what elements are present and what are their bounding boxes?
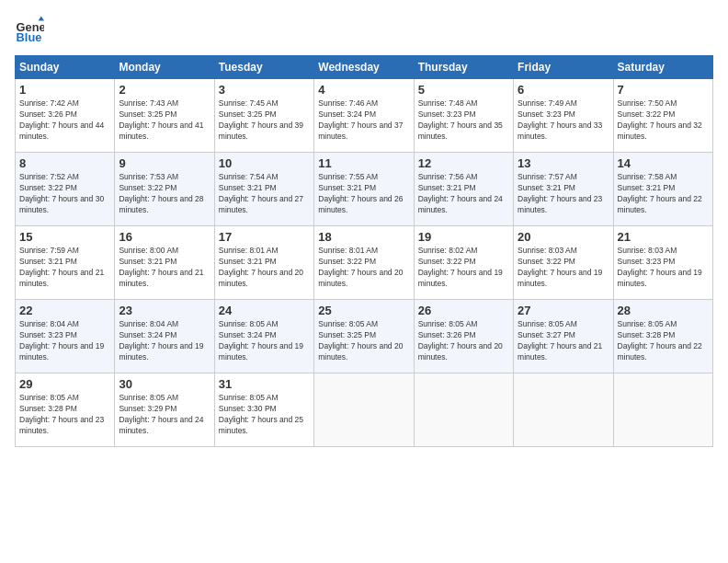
sunrise-text: Sunrise: 8:05 AM: [219, 393, 310, 404]
day-number: 22: [19, 304, 110, 317]
day-number: 27: [518, 304, 609, 317]
sunrise-text: Sunrise: 7:57 AM: [518, 172, 609, 183]
day-number: 15: [19, 230, 110, 244]
svg-marker-2: [39, 17, 44, 21]
day-cell: 27 Sunrise: 8:05 AM Sunset: 3:27 PM Dayl…: [514, 300, 613, 373]
sunset-text: Sunset: 3:22 PM: [618, 109, 709, 121]
col-header-monday: Monday: [115, 56, 214, 79]
daylight-text: Daylight: 7 hours and 37 minutes.: [318, 121, 409, 143]
col-header-friday: Friday: [514, 56, 613, 79]
daylight-text: Daylight: 7 hours and 20 minutes.: [418, 341, 509, 363]
day-number: 20: [518, 230, 609, 244]
daylight-text: Daylight: 7 hours and 25 minutes.: [219, 415, 310, 437]
day-number: 14: [618, 156, 709, 170]
day-number: 11: [318, 156, 409, 170]
logo: General Blue: [15, 15, 48, 44]
day-number: 9: [119, 156, 210, 170]
week-row-4: 22 Sunrise: 8:04 AM Sunset: 3:23 PM Dayl…: [16, 300, 713, 373]
day-number: 16: [119, 230, 210, 244]
day-cell: 4 Sunrise: 7:46 AM Sunset: 3:24 PM Dayli…: [314, 79, 414, 153]
day-cell: 6 Sunrise: 7:49 AM Sunset: 3:23 PM Dayli…: [514, 79, 613, 153]
daylight-text: Daylight: 7 hours and 30 minutes.: [19, 194, 110, 216]
sunset-text: Sunset: 3:22 PM: [119, 183, 210, 194]
daylight-text: Daylight: 7 hours and 19 minutes.: [618, 268, 709, 290]
day-cell: 16 Sunrise: 8:00 AM Sunset: 3:21 PM Dayl…: [115, 226, 214, 300]
daylight-text: Daylight: 7 hours and 19 minutes.: [19, 341, 110, 363]
week-row-2: 8 Sunrise: 7:52 AM Sunset: 3:22 PM Dayli…: [16, 153, 713, 226]
day-cell: 7 Sunrise: 7:50 AM Sunset: 3:22 PM Dayli…: [613, 79, 712, 153]
day-cell: [414, 373, 513, 447]
daylight-text: Daylight: 7 hours and 21 minutes.: [19, 268, 110, 290]
sunset-text: Sunset: 3:30 PM: [219, 404, 310, 415]
header-row: SundayMondayTuesdayWednesdayThursdayFrid…: [16, 56, 713, 79]
sunrise-text: Sunrise: 7:48 AM: [418, 98, 509, 109]
week-row-1: 1 Sunrise: 7:42 AM Sunset: 3:26 PM Dayli…: [16, 79, 713, 153]
day-number: 17: [219, 230, 310, 244]
daylight-text: Daylight: 7 hours and 41 minutes.: [119, 121, 210, 143]
daylight-text: Daylight: 7 hours and 27 minutes.: [219, 194, 310, 216]
logo-icon: General Blue: [15, 15, 44, 44]
sunset-text: Sunset: 3:28 PM: [618, 330, 709, 341]
day-cell: 26 Sunrise: 8:05 AM Sunset: 3:26 PM Dayl…: [414, 300, 513, 373]
sunrise-text: Sunrise: 8:03 AM: [518, 246, 609, 257]
day-cell: 29 Sunrise: 8:05 AM Sunset: 3:28 PM Dayl…: [16, 373, 115, 447]
page-container: General Blue SundayMondayTuesdayWednesda…: [0, 0, 728, 454]
sunrise-text: Sunrise: 8:05 AM: [618, 319, 709, 330]
daylight-text: Daylight: 7 hours and 22 minutes.: [618, 341, 709, 363]
daylight-text: Daylight: 7 hours and 32 minutes.: [618, 121, 709, 143]
day-cell: 11 Sunrise: 7:55 AM Sunset: 3:21 PM Dayl…: [314, 153, 414, 226]
sunset-text: Sunset: 3:21 PM: [219, 257, 310, 268]
sunset-text: Sunset: 3:22 PM: [318, 257, 409, 268]
col-header-tuesday: Tuesday: [214, 56, 313, 79]
daylight-text: Daylight: 7 hours and 24 minutes.: [418, 194, 509, 216]
day-number: 2: [119, 83, 210, 97]
day-cell: 9 Sunrise: 7:53 AM Sunset: 3:22 PM Dayli…: [115, 153, 214, 226]
day-cell: 21 Sunrise: 8:03 AM Sunset: 3:23 PM Dayl…: [613, 226, 712, 300]
sunrise-text: Sunrise: 7:55 AM: [318, 172, 409, 183]
sunrise-text: Sunrise: 7:52 AM: [19, 172, 110, 183]
day-number: 30: [119, 377, 210, 391]
sunset-text: Sunset: 3:26 PM: [19, 109, 110, 121]
day-cell: 13 Sunrise: 7:57 AM Sunset: 3:21 PM Dayl…: [514, 153, 613, 226]
sunset-text: Sunset: 3:21 PM: [119, 257, 210, 268]
sunrise-text: Sunrise: 8:04 AM: [19, 319, 110, 330]
daylight-text: Daylight: 7 hours and 23 minutes.: [19, 415, 110, 437]
day-number: 6: [518, 83, 609, 97]
day-number: 24: [219, 304, 310, 317]
sunrise-text: Sunrise: 8:05 AM: [418, 319, 509, 330]
sunset-text: Sunset: 3:25 PM: [119, 109, 210, 121]
daylight-text: Daylight: 7 hours and 22 minutes.: [618, 194, 709, 216]
sunrise-text: Sunrise: 7:53 AM: [119, 172, 210, 183]
day-cell: 8 Sunrise: 7:52 AM Sunset: 3:22 PM Dayli…: [16, 153, 115, 226]
sunset-text: Sunset: 3:23 PM: [19, 330, 110, 341]
day-cell: 19 Sunrise: 8:02 AM Sunset: 3:22 PM Dayl…: [414, 226, 513, 300]
day-number: 31: [219, 377, 310, 391]
sunrise-text: Sunrise: 7:49 AM: [518, 98, 609, 109]
sunset-text: Sunset: 3:21 PM: [219, 183, 310, 194]
day-cell: 25 Sunrise: 8:05 AM Sunset: 3:25 PM Dayl…: [314, 300, 414, 373]
sunset-text: Sunset: 3:23 PM: [418, 109, 509, 121]
sunset-text: Sunset: 3:25 PM: [219, 109, 310, 121]
sunset-text: Sunset: 3:21 PM: [19, 257, 110, 268]
day-cell: 18 Sunrise: 8:01 AM Sunset: 3:22 PM Dayl…: [314, 226, 414, 300]
daylight-text: Daylight: 7 hours and 44 minutes.: [19, 121, 110, 143]
sunset-text: Sunset: 3:21 PM: [318, 183, 409, 194]
sunrise-text: Sunrise: 7:59 AM: [19, 246, 110, 257]
daylight-text: Daylight: 7 hours and 28 minutes.: [119, 194, 210, 216]
sunset-text: Sunset: 3:24 PM: [219, 330, 310, 341]
day-number: 29: [19, 377, 110, 391]
day-cell: 1 Sunrise: 7:42 AM Sunset: 3:26 PM Dayli…: [16, 79, 115, 153]
sunrise-text: Sunrise: 8:02 AM: [418, 246, 509, 257]
day-cell: 10 Sunrise: 7:54 AM Sunset: 3:21 PM Dayl…: [214, 153, 313, 226]
daylight-text: Daylight: 7 hours and 21 minutes.: [518, 341, 609, 363]
col-header-thursday: Thursday: [414, 56, 513, 79]
day-number: 28: [618, 304, 709, 317]
sunset-text: Sunset: 3:29 PM: [119, 404, 210, 415]
sunset-text: Sunset: 3:24 PM: [119, 330, 210, 341]
sunrise-text: Sunrise: 7:46 AM: [318, 98, 409, 109]
sunrise-text: Sunrise: 8:01 AM: [318, 246, 409, 257]
sunrise-text: Sunrise: 7:50 AM: [618, 98, 709, 109]
sunrise-text: Sunrise: 7:56 AM: [418, 172, 509, 183]
daylight-text: Daylight: 7 hours and 33 minutes.: [518, 121, 609, 143]
day-number: 4: [318, 83, 409, 97]
